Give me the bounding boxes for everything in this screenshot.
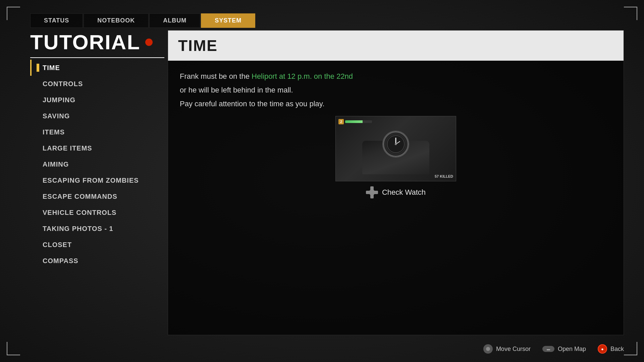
sidebar-item-jumping[interactable]: JUMPING <box>30 92 164 108</box>
bottom-action-open-map: ▬ Open Map <box>542 346 586 353</box>
tab-status[interactable]: STATUS <box>30 13 83 28</box>
content-body: Frank must be on the Heliport at 12 p.m.… <box>168 61 624 208</box>
item-indicator <box>37 96 39 104</box>
content-title: TIME <box>178 37 613 55</box>
svg-line-3 <box>396 141 400 144</box>
bottom-action-back: ● Back <box>598 344 624 354</box>
sidebar-menu: TIME CONTROLS JUMPING SAVING ITEMS LARGE… <box>30 60 164 269</box>
item-indicator <box>37 241 39 249</box>
corner-bracket-tr <box>624 7 637 20</box>
screenshot-container: 2 <box>180 116 612 198</box>
sidebar-item-vehicle-controls[interactable]: VEHICLE CONTROLS <box>30 204 164 221</box>
item-indicator <box>37 208 39 217</box>
sidebar-item-controls[interactable]: CONTROLS <box>30 76 164 92</box>
watch-hand <box>362 127 429 174</box>
sidebar-item-escaping-from-zombies[interactable]: ESCAPING FROM ZOMBIES <box>30 172 164 188</box>
svg-point-1 <box>386 135 405 154</box>
tutorial-title: TUTORIAL <box>30 30 164 54</box>
hud-bar: 2 <box>338 119 372 124</box>
active-indicator <box>37 64 39 72</box>
content-paragraph-3: Pay careful attention to the time as you… <box>180 98 612 109</box>
item-indicator <box>37 176 39 184</box>
dpad-center <box>370 190 374 195</box>
content-paragraph-2: or he will be left behind in the mall. <box>180 84 612 96</box>
content-panel: TIME Frank must be on the Heliport at 12… <box>168 30 624 335</box>
check-watch-label: Check Watch <box>366 186 426 198</box>
item-indicator <box>37 128 39 136</box>
item-indicator <box>37 225 39 233</box>
svg-point-0 <box>384 132 408 156</box>
sidebar-item-escape-commands[interactable]: ESCAPE COMMANDS <box>30 188 164 204</box>
corner-bracket-tl <box>7 7 20 20</box>
sidebar-divider <box>30 57 164 58</box>
watch-hands-svg <box>382 131 409 158</box>
red-dot-indicator <box>145 39 153 46</box>
item-indicator <box>37 257 39 265</box>
bottom-action-move-cursor: Move Cursor <box>483 344 531 354</box>
item-indicator <box>37 80 39 88</box>
sidebar-item-time[interactable]: TIME <box>30 60 164 76</box>
sidebar-item-items[interactable]: ITEMS <box>30 124 164 140</box>
watch-face <box>382 131 409 158</box>
sidebar-item-compass[interactable]: COMPASS <box>30 253 164 269</box>
item-indicator <box>37 144 39 152</box>
content-header: TIME <box>168 31 624 61</box>
left-panel: TUTORIAL TIME CONTROLS JUMPING SAVING IT… <box>30 30 164 335</box>
sidebar-item-aiming[interactable]: AIMING <box>30 156 164 172</box>
top-navigation: STATUS NOTEBOOK ALBUM SYSTEM <box>30 13 255 28</box>
sidebar-item-large-items[interactable]: LARGE ITEMS <box>30 140 164 156</box>
item-indicator <box>37 160 39 168</box>
hud-health-fill <box>345 120 363 123</box>
tab-album[interactable]: ALBUM <box>149 13 200 28</box>
dpad-icon <box>366 186 378 198</box>
killed-badge: 57 KILLED <box>435 174 453 178</box>
sidebar-item-saving[interactable]: SAVING <box>30 108 164 124</box>
tab-system[interactable]: SYSTEM <box>201 13 255 28</box>
back-button-icon: ● <box>598 344 607 354</box>
joystick-icon <box>483 344 493 354</box>
sidebar-item-closet[interactable]: CLOSET <box>30 237 164 253</box>
tab-notebook[interactable]: NOTEBOOK <box>84 13 149 28</box>
item-indicator <box>37 192 39 200</box>
corner-bracket-br <box>624 342 637 355</box>
game-screenshot: 2 <box>335 116 456 181</box>
screenshot-inner: 2 <box>336 116 456 181</box>
pill-icon: ▬ <box>542 346 554 352</box>
bottom-bar: Move Cursor ▬ Open Map ● Back <box>483 344 624 354</box>
content-paragraph-1: Frank must be on the Heliport at 12 p.m.… <box>180 71 612 82</box>
hud-number-icon: 2 <box>338 119 344 124</box>
svg-point-4 <box>395 143 397 145</box>
corner-bracket-bl <box>7 342 20 355</box>
hud-health-bar <box>345 120 372 123</box>
item-indicator <box>37 112 39 120</box>
sidebar-item-taking-photos[interactable]: TAKING PHOTOS - 1 <box>30 221 164 237</box>
